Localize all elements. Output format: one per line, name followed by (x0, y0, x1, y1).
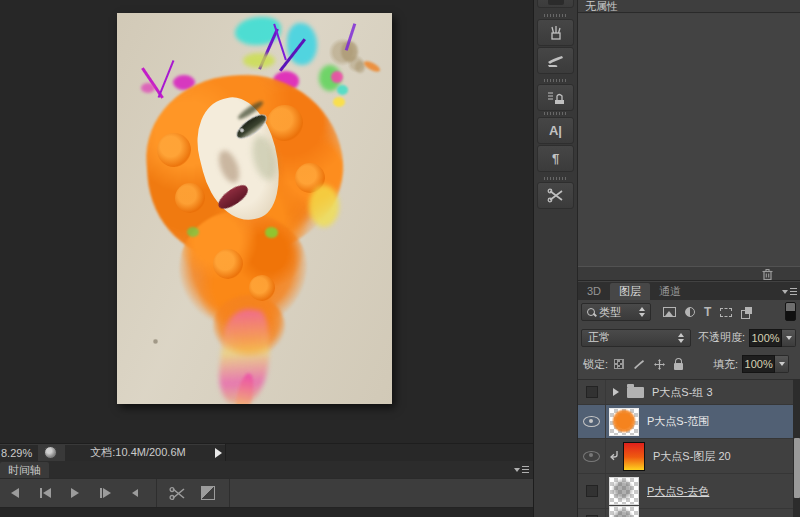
next-frame-button[interactable] (90, 482, 120, 504)
face-nose-shadow (215, 148, 243, 186)
document-info-text: 文档:10.4M/200.6M (65, 445, 211, 460)
fill-label: 填充: (713, 357, 738, 372)
opacity-value[interactable]: 100% (749, 329, 782, 347)
trash-icon[interactable] (761, 268, 774, 280)
visibility-cell[interactable] (578, 380, 606, 404)
layer-thumbnail-checker[interactable] (609, 506, 639, 517)
hair-curl (249, 275, 275, 301)
dock-grip[interactable] (544, 79, 568, 82)
play-button[interactable] (60, 482, 90, 504)
lock-position-icon[interactable] (653, 358, 666, 371)
face-lips (215, 181, 252, 212)
dock-grip[interactable] (544, 177, 568, 180)
dock-grip[interactable] (544, 14, 568, 17)
filter-adjustment-layers-icon[interactable] (685, 307, 695, 317)
paint-splash (243, 53, 275, 68)
visibility-cell[interactable] (578, 405, 606, 438)
paragraph-panel-icon: ¶ (552, 151, 559, 166)
layer-row-selected[interactable]: P大点S-范围 (578, 405, 800, 439)
properties-panel-body (578, 14, 800, 266)
paint-splash (333, 97, 345, 107)
filter-pixel-layers-icon[interactable] (663, 307, 676, 317)
dock-grip[interactable] (544, 112, 568, 115)
layer-row-partial[interactable] (578, 509, 800, 517)
layer-thumbnail-gradient[interactable] (623, 442, 645, 471)
audio-toggle-icon[interactable] (120, 482, 150, 504)
hair-curl (267, 105, 303, 141)
layer-name[interactable]: P大点S-组 3 (652, 385, 713, 400)
tool-presets-panel-button[interactable] (537, 182, 574, 209)
tab-3d[interactable]: 3D (578, 283, 610, 300)
eye-icon[interactable] (583, 416, 600, 427)
scissors-icon (169, 487, 187, 500)
toolbar-divider (229, 479, 230, 507)
split-clip-button[interactable] (163, 482, 193, 504)
tab-channels[interactable]: 通道 (650, 283, 690, 300)
tab-timeline[interactable]: 时间轴 (0, 462, 49, 478)
canvas-area[interactable] (0, 0, 533, 443)
updown-arrows-icon (678, 333, 684, 343)
opacity-dropdown-arrow[interactable] (782, 329, 796, 347)
lock-all-icon[interactable] (674, 363, 683, 370)
paragraph-panel-button[interactable]: ¶ (537, 145, 574, 172)
brush-presets-panel-button[interactable] (537, 19, 574, 46)
fill-dropdown-arrow[interactable] (775, 355, 789, 373)
status-options-arrow-icon[interactable] (211, 446, 225, 460)
filter-type-layers-icon[interactable]: T (704, 307, 711, 317)
document-info-field[interactable]: 文档:10.4M/200.6M (65, 445, 225, 461)
document-canvas[interactable] (117, 13, 392, 404)
scrollbar-thumb[interactable] (794, 438, 800, 498)
layers-scrollbar[interactable] (793, 379, 800, 517)
visibility-cell[interactable] (578, 474, 606, 508)
partial-icon (548, 0, 564, 5)
status-circle-icon[interactable] (44, 446, 57, 459)
character-panel-icon: A| (549, 123, 562, 138)
visibility-empty-box[interactable] (586, 386, 598, 398)
blend-mode-dropdown[interactable]: 正常 (581, 329, 691, 347)
collapsed-panel-button[interactable] (537, 0, 574, 8)
lock-transparency-icon[interactable] (614, 359, 624, 369)
timeline-panel-menu-icon[interactable] (514, 465, 529, 474)
layers-panel: 3D 图层 通道 类型 T (578, 282, 800, 517)
brush-icon (546, 54, 565, 68)
zoom-level-field[interactable]: 8.29% (0, 445, 38, 461)
brush-panel-button[interactable] (537, 47, 574, 74)
lock-label: 锁定: (583, 357, 608, 372)
previous-frame-button[interactable] (30, 482, 60, 504)
layer-filtering-toggle[interactable] (785, 302, 796, 321)
layers-panel-menu-icon[interactable] (782, 287, 797, 296)
character-panel-button[interactable]: A| (537, 117, 574, 144)
clone-source-panel-button[interactable] (537, 84, 574, 111)
visibility-cell[interactable] (578, 509, 606, 517)
layer-row-clipped[interactable]: P大点S-图层 20 (578, 439, 800, 474)
layer-thumbnail-checker[interactable] (609, 477, 639, 505)
fill-value[interactable]: 100% (742, 355, 775, 373)
layer-name[interactable]: P大点S-去色 (647, 484, 709, 499)
group-expand-arrow-icon[interactable] (613, 388, 619, 396)
layer-name[interactable]: P大点S-图层 20 (653, 449, 731, 464)
tab-layers[interactable]: 图层 (610, 283, 650, 300)
visibility-cell[interactable] (578, 439, 606, 473)
layer-thumbnail-orange[interactable] (609, 408, 639, 436)
panel-dock-strip: A| ¶ (533, 0, 577, 517)
paint-splash (337, 85, 348, 95)
visibility-empty-box[interactable] (586, 485, 598, 497)
filter-smart-objects-icon[interactable] (741, 307, 753, 318)
go-to-first-frame-button[interactable] (0, 482, 30, 504)
clone-stamp-icon (547, 90, 565, 106)
timeline-content (0, 508, 533, 517)
eye-icon-dim[interactable] (583, 451, 600, 462)
paint-splash (141, 83, 155, 93)
layers-filter-row: 类型 T (578, 300, 800, 324)
transition-button[interactable] (193, 482, 223, 504)
layer-row-group[interactable]: P大点S-组 3 (578, 380, 800, 405)
layer-row-decolor[interactable]: P大点S-去色 (578, 474, 800, 509)
filter-type-dropdown[interactable]: 类型 (581, 303, 651, 321)
lock-pixels-brush-icon[interactable] (632, 358, 645, 370)
folder-icon (627, 387, 644, 398)
hair-curl (213, 249, 243, 279)
toolbar-divider (156, 479, 157, 507)
filter-shape-layers-icon[interactable] (720, 308, 732, 317)
layer-name[interactable]: P大点S-范围 (647, 414, 709, 429)
status-bar-filler (225, 444, 533, 461)
